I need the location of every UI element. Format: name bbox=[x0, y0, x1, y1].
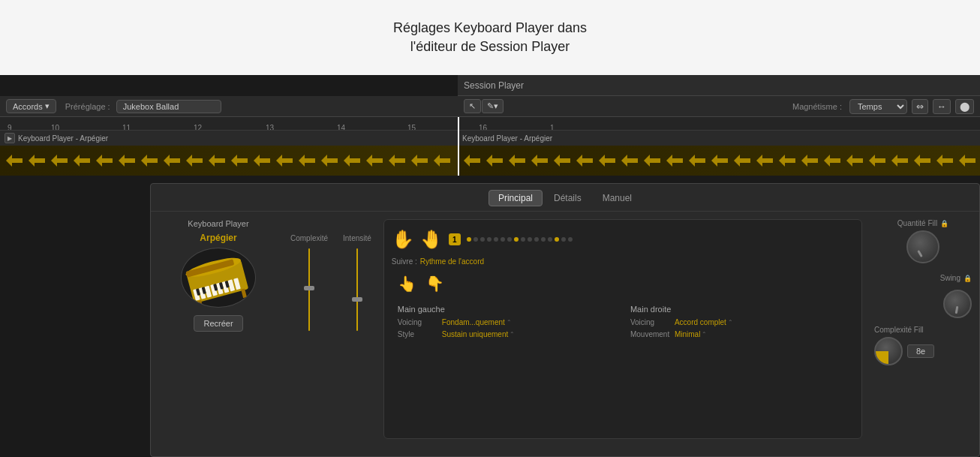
follow-link[interactable]: Rythme de l'accord bbox=[420, 257, 484, 266]
left-style-key: Style bbox=[398, 330, 439, 338]
ruler-mark-1: 1 bbox=[550, 124, 555, 131]
tab-principal[interactable]: Principal bbox=[488, 190, 543, 206]
fill-quantity-lock-icon: 🔒 bbox=[940, 220, 948, 227]
intensity-slider-thumb[interactable] bbox=[352, 297, 362, 302]
pencil-tool-button[interactable]: ✎▾ bbox=[482, 99, 504, 113]
dot-3 bbox=[480, 237, 485, 242]
svg-marker-25 bbox=[576, 155, 593, 167]
svg-marker-12 bbox=[276, 155, 293, 167]
svg-marker-32 bbox=[734, 155, 750, 167]
ruler-mark-15: 15 bbox=[407, 124, 416, 131]
fill-quantity-group: Quantité Fill 🔒 bbox=[874, 219, 972, 263]
left-style-chevron-icon: ⌃ bbox=[510, 331, 515, 338]
piano-svg bbox=[181, 248, 256, 308]
follow-row: Suivre : Rythme de l'accord bbox=[392, 257, 854, 266]
tab-details[interactable]: Détails bbox=[544, 190, 591, 206]
session-player-title: Session Player bbox=[464, 80, 524, 91]
left-style-row: Style Sustain uniquement ⌃ bbox=[398, 330, 615, 338]
svg-marker-16 bbox=[366, 155, 383, 167]
left-hand-title: Main gauche bbox=[398, 305, 615, 314]
tab-manuel[interactable]: Manuel bbox=[593, 190, 642, 206]
toolbar-row: Accords ▾ Préréglage : Jukebox Ballad ↖ … bbox=[0, 96, 980, 117]
center-section: ✋ 🤚 1 bbox=[383, 219, 862, 439]
right-movement-value[interactable]: Minimal ⌃ bbox=[675, 330, 707, 338]
ruler-mark-14: 14 bbox=[337, 124, 345, 131]
complexity-fill-label: Complexité Fill bbox=[874, 326, 972, 334]
tool-btn-group: ↖ ✎▾ bbox=[464, 99, 504, 113]
cursor-tool-button[interactable]: ↖ bbox=[464, 99, 481, 113]
right-section: Quantité Fill 🔒 Swing 🔒 Complexité Fill bbox=[874, 219, 972, 439]
keyboard-section: Keyboard Player Arpégier bbox=[158, 219, 278, 439]
right-hand-title: Main droite bbox=[630, 305, 848, 314]
right-hand-icon[interactable]: 🤚 bbox=[420, 229, 443, 250]
intensity-slider-col: Intensité bbox=[343, 234, 371, 334]
svg-marker-42 bbox=[959, 155, 975, 167]
number-badge[interactable]: 1 bbox=[449, 233, 461, 245]
right-movement-row: Mouvement Minimal ⌃ bbox=[630, 330, 848, 338]
svg-marker-11 bbox=[254, 155, 270, 167]
gesture-right-icon[interactable]: 👇 bbox=[425, 275, 444, 293]
preset-select[interactable]: Jukebox Ballad bbox=[116, 100, 221, 113]
left-voicing-key: Voicing bbox=[398, 318, 439, 326]
dot-14 bbox=[555, 237, 559, 242]
ruler-mark-10: 10 bbox=[51, 124, 59, 131]
complexity-slider-thumb[interactable] bbox=[304, 286, 314, 290]
keyboard-player-subtitle: Arpégier bbox=[200, 233, 236, 243]
left-style-value[interactable]: Sustain uniquement ⌃ bbox=[442, 330, 515, 338]
svg-marker-27 bbox=[621, 155, 638, 167]
svg-marker-22 bbox=[509, 155, 525, 167]
svg-marker-17 bbox=[389, 155, 405, 167]
svg-marker-18 bbox=[411, 155, 428, 167]
svg-marker-28 bbox=[644, 155, 660, 167]
magnitism-select[interactable]: Temps bbox=[849, 99, 907, 114]
toggle-icon-button[interactable]: ⬤ bbox=[955, 99, 974, 114]
svg-marker-9 bbox=[209, 155, 225, 167]
right-movement-val-text: Minimal bbox=[675, 330, 700, 338]
intensity-slider-track[interactable] bbox=[356, 248, 358, 331]
ruler-mark-16: 16 bbox=[479, 124, 487, 131]
main-content: Keyboard Player Arpégier bbox=[151, 212, 979, 446]
dot-15 bbox=[561, 237, 566, 242]
dot-8 bbox=[514, 237, 519, 242]
complexity-fill-value: 8e bbox=[907, 344, 934, 358]
annotation-text: Réglages Keyboard Player dans l'éditeur … bbox=[393, 19, 587, 56]
toolbar-right: ↖ ✎▾ Magnétisme : Temps ⇔ ↔ ⬤ bbox=[458, 99, 980, 114]
svg-marker-36 bbox=[824, 155, 840, 167]
recreate-button[interactable]: Recréer bbox=[194, 315, 242, 332]
dot-4 bbox=[487, 237, 492, 242]
svg-marker-23 bbox=[531, 155, 548, 167]
dot-11 bbox=[534, 237, 539, 242]
svg-marker-33 bbox=[756, 155, 773, 167]
left-voicing-value[interactable]: Fondam...quement ⌃ bbox=[442, 318, 512, 326]
svg-marker-2 bbox=[51, 155, 68, 167]
fill-quantity-knob[interactable] bbox=[906, 230, 939, 263]
chord-button[interactable]: Accords ▾ bbox=[6, 99, 56, 113]
right-hand-settings: Main droite Voicing Accord complet ⌃ Mou… bbox=[630, 305, 848, 342]
svg-marker-15 bbox=[344, 155, 360, 167]
dot-13 bbox=[548, 237, 552, 242]
svg-marker-4 bbox=[96, 155, 113, 167]
gesture-left-icon[interactable]: 👆 bbox=[398, 275, 416, 293]
right-voicing-key: Voicing bbox=[630, 318, 672, 326]
track-header-right: Keyboard Player - Arpégier bbox=[458, 131, 980, 146]
right-movement-chevron-icon: ⌃ bbox=[702, 331, 707, 338]
track-play-button[interactable]: ▶ bbox=[5, 133, 15, 143]
complexity-slider-col: Complexité bbox=[290, 234, 328, 334]
complexity-slider-track[interactable] bbox=[308, 248, 310, 331]
svg-marker-19 bbox=[434, 155, 450, 167]
svg-marker-6 bbox=[141, 155, 158, 167]
svg-marker-30 bbox=[689, 155, 705, 167]
ruler-mark-12: 12 bbox=[194, 124, 202, 131]
link-icon-button[interactable]: ⇔ bbox=[912, 99, 928, 114]
track-header-left: ▶ Keyboard Player - Arpégier bbox=[0, 131, 458, 146]
keyboard-player-title: Keyboard Player bbox=[188, 219, 248, 228]
chord-chevron-icon: ▾ bbox=[45, 101, 50, 111]
svg-marker-13 bbox=[299, 155, 315, 167]
complexity-fill-knob[interactable] bbox=[874, 337, 903, 365]
svg-marker-39 bbox=[891, 155, 908, 167]
swap-icon-button[interactable]: ↔ bbox=[933, 99, 951, 114]
left-hand-icon[interactable]: ✋ bbox=[392, 229, 414, 250]
swing-knob[interactable] bbox=[943, 290, 972, 318]
right-voicing-value[interactable]: Accord complet ⌃ bbox=[675, 318, 733, 326]
svg-marker-29 bbox=[666, 155, 683, 167]
